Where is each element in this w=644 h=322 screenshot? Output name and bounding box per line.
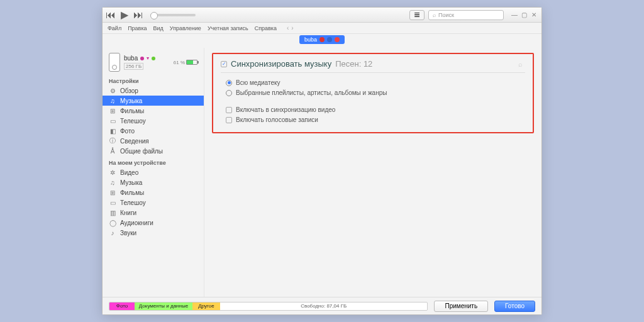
sync-music-row: Синхронизировать музыку Песен: 12 ⌕ — [221, 59, 525, 73]
opt-selected[interactable]: Выбранные плейлисты, артисты, альбомы и … — [226, 89, 520, 96]
search-icon[interactable]: ⌕ — [518, 60, 523, 68]
search-placeholder: Поиск — [438, 12, 454, 18]
sidebar-icon: Å — [109, 147, 116, 155]
sidebar-item-книги[interactable]: ▥Книги — [103, 208, 204, 218]
radio-icon[interactable] — [226, 80, 232, 86]
list-view-button[interactable]: ≡ — [409, 10, 425, 20]
sidebar-item-фильмы[interactable]: ⊞Фильмы — [103, 187, 204, 197]
sidebar-item-фото[interactable]: ◧Фото — [103, 126, 204, 136]
sidebar-icon: ♫ — [109, 179, 116, 186]
flag-icon — [152, 57, 155, 60]
section-settings: Настройки — [103, 74, 204, 86]
sidebar-item-музыка[interactable]: ♫Музыка — [103, 96, 204, 106]
sidebar-icon: ♫ — [109, 97, 116, 104]
device-storage: 256 ГБ — [124, 63, 143, 70]
sidebar-item-обзор[interactable]: ⚙Обзор — [103, 86, 204, 96]
flag-icon — [335, 37, 340, 42]
checkbox-icon[interactable] — [226, 117, 232, 123]
sidebar-item-фильмы[interactable]: ⊞Фильмы — [103, 106, 204, 116]
menu-edit[interactable]: Правка — [128, 25, 147, 31]
checkbox-icon[interactable] — [226, 107, 232, 113]
opt-entire-library[interactable]: Всю медиатеку — [226, 79, 520, 86]
phone-icon — [109, 53, 120, 72]
storage-usage-bar: Фото Документы и данные Другое Свободно:… — [109, 302, 428, 311]
device-pill-label: buba — [304, 36, 317, 43]
sync-music-checkbox[interactable] — [221, 61, 227, 67]
usage-docs: Документы и данные — [135, 303, 192, 310]
nav-fwd-icon[interactable]: › — [291, 25, 293, 31]
sync-title: Синхронизировать музыку — [231, 59, 331, 69]
maximize-icon[interactable]: ▢ — [521, 12, 528, 18]
close-icon[interactable]: ✕ — [531, 12, 538, 18]
minimize-icon[interactable]: — — [511, 12, 518, 18]
section-on-device: На моем устройстве — [103, 156, 204, 167]
prev-icon[interactable]: ⏮ — [106, 11, 115, 19]
nav-back-icon[interactable]: ‹ — [287, 25, 289, 31]
menu-account[interactable]: Учетная запись — [208, 25, 248, 31]
sidebar-icon: ♪ — [109, 229, 116, 236]
sidebar-item-сведения[interactable]: ⓘСведения — [103, 136, 204, 146]
sidebar-item-телешоу[interactable]: ▭Телешоу — [103, 197, 204, 208]
device-pill[interactable]: buba — [299, 35, 345, 44]
radio-icon[interactable] — [226, 90, 232, 96]
titlebar: ⏮ ▶ ⏭ ≡ ⌕ Поиск — ▢ ✕ — [103, 8, 541, 23]
search-icon: ⌕ — [433, 12, 436, 18]
sidebar-icon: ⊞ — [109, 107, 116, 114]
opt-include-video[interactable]: Включать в синхронизацию видео — [226, 106, 520, 113]
menu-file[interactable]: Файл — [108, 25, 121, 31]
usage-photo: Фото — [109, 303, 135, 310]
sidebar-item-звуки[interactable]: ♪Звуки — [103, 228, 204, 238]
done-button[interactable]: Готово — [494, 301, 535, 312]
next-icon[interactable]: ⏭ — [134, 11, 143, 19]
sidebar-icon: ▭ — [109, 117, 116, 125]
flag-icon — [319, 37, 325, 42]
volume-slider[interactable] — [150, 14, 196, 16]
usage-free: Свободно: 87,04 ГБ — [220, 303, 427, 310]
battery-status: 61 % ⏏ — [174, 60, 197, 65]
flag-icon — [327, 37, 332, 42]
sidebar-icon: ⚙ — [109, 87, 116, 94]
sidebar-item-телешоу[interactable]: ▭Телешоу — [103, 116, 204, 126]
sidebar-item-видео[interactable]: ✲Видео — [103, 167, 204, 177]
footer-bar: Фото Документы и данные Другое Свободно:… — [103, 297, 541, 314]
opt-include-voice[interactable]: Включать голосовые записи — [226, 116, 520, 123]
transport-controls: ⏮ ▶ ⏭ — [106, 11, 196, 19]
highlight-box: Синхронизировать музыку Песен: 12 ⌕ Всю … — [212, 53, 534, 133]
menu-view[interactable]: Вид — [153, 25, 164, 31]
apply-button[interactable]: Применить — [434, 301, 488, 312]
menu-help[interactable]: Справка — [255, 25, 277, 31]
search-input[interactable]: ⌕ Поиск — [428, 10, 504, 20]
sidebar-icon: ⊞ — [109, 189, 116, 196]
sidebar-icon: ✲ — [109, 169, 116, 176]
sidebar-icon: ◧ — [109, 127, 116, 135]
flag-icon — [140, 57, 144, 60]
device-header: buba ▾ 256 ГБ 61 % ⏏ — [103, 50, 204, 74]
play-icon[interactable]: ▶ — [120, 11, 129, 19]
device-name: buba ▾ — [124, 55, 155, 62]
menu-bar: Файл Правка Вид Управление Учетная запис… — [103, 23, 541, 34]
menu-controls[interactable]: Управление — [170, 25, 201, 31]
sidebar-item-общие файлы[interactable]: ÅОбщие файлы — [103, 146, 204, 156]
content-panel: Синхронизировать музыку Песен: 12 ⌕ Всю … — [204, 48, 541, 297]
sidebar-item-аудиокниги[interactable]: ◯Аудиокниги — [103, 218, 204, 228]
sidebar-icon: ◯ — [109, 219, 116, 226]
itunes-window: ⏮ ▶ ⏭ ≡ ⌕ Поиск — ▢ ✕ Файл Правка Вид Уп… — [102, 7, 542, 315]
sidebar-icon: ▥ — [109, 209, 116, 216]
song-count: Песен: 12 — [335, 59, 372, 69]
sidebar-icon: ⓘ — [109, 137, 116, 145]
sidebar: buba ▾ 256 ГБ 61 % ⏏ Настройки ⚙Обзор♫Му… — [103, 48, 204, 297]
sidebar-icon: ▭ — [109, 199, 116, 206]
usage-other: Другое — [192, 303, 220, 310]
sidebar-item-музыка[interactable]: ♫Музыка — [103, 177, 204, 187]
